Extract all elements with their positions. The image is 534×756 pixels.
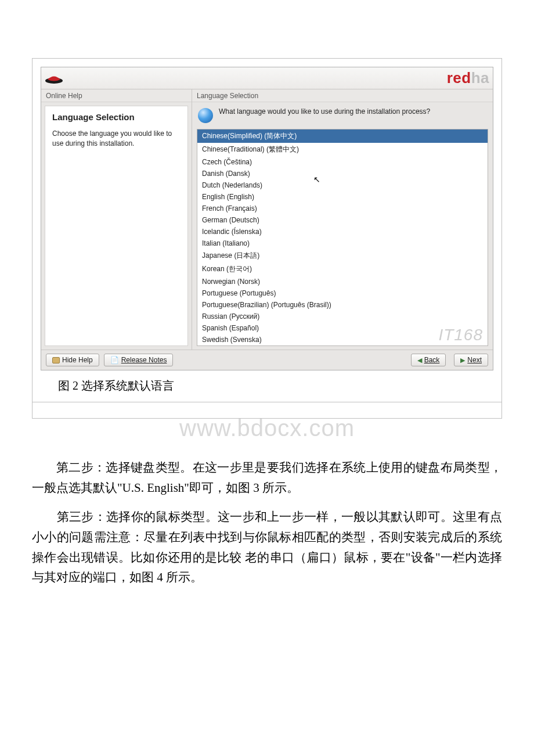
hide-help-label: Hide Help [62,356,93,364]
back-button[interactable]: ◀ Back [411,354,446,366]
language-option[interactable]: Russian (Русский) [197,311,488,322]
hide-help-button[interactable]: Hide Help [46,354,99,366]
language-option[interactable]: Portuguese(Brazilian) (Português (Brasil… [197,299,488,311]
language-option[interactable]: Norwegian (Norsk) [197,276,488,287]
prompt-text: What language would you like to use duri… [219,107,430,116]
language-option[interactable]: Korean (한국어) [197,262,488,276]
language-option[interactable]: Dutch (Nederlands) [197,179,488,191]
arrow-left-icon: ◀ [417,357,422,364]
p2-seg-a: 第三步：选择你的鼠标类型。这一步和上一步一样，一般以其默认即可。这里有点小小的问… [32,510,502,584]
redhat-logo-icon [44,70,64,87]
brand-ha: ha [471,69,489,87]
p1-seg-b: "U.S. English"即可，如图 [117,481,250,495]
brand-text: redha [447,69,489,87]
language-option[interactable]: Swedish (Svenska) [197,334,488,345]
release-notes-button[interactable]: 📄 Release Notes [104,354,174,366]
notes-icon: 📄 [110,356,119,364]
language-option[interactable]: Chinese(Traditional) (繁體中文) [197,143,488,156]
arrow-right-icon: ▶ [460,357,465,364]
globe-icon [198,108,213,123]
paragraph-step3: 第三步：选择你的鼠标类型。这一步和上一步一样，一般以其默认即可。这里有点小小的问… [32,507,502,588]
language-list[interactable]: Chinese(Simplified) (简体中文)Chinese(Tradit… [197,129,488,346]
language-selection-header: Language Selection [192,89,493,102]
help-panel: Language Selection Choose the language y… [45,106,188,346]
next-button[interactable]: ▶ Next [454,354,488,366]
p1-seg-d: 所示。 [262,481,299,495]
figure-frame: redha Online Help Language Selection Cho… [32,58,502,419]
brand-red: red [447,69,471,87]
language-option[interactable]: English (English) [197,191,488,203]
language-option[interactable]: Portuguese (Português) [197,287,488,299]
language-option[interactable]: Italian (Italiano) [197,237,488,249]
p2-seg-b: 4 [157,570,163,584]
language-option[interactable]: Japanese (日本語) [197,249,488,262]
language-option[interactable]: German (Deutsch) [197,214,488,226]
figure-caption: 图 2 选择系统默认语言 [33,370,501,402]
language-option[interactable]: Spanish (Español) [197,322,488,334]
online-help-header: Online Help [41,89,192,102]
language-option[interactable]: Danish (Dansk) [197,168,488,179]
language-option[interactable]: Chinese(Simplified) (简体中文) [197,129,488,143]
p1-seg-c: 3 [253,481,259,495]
language-option[interactable]: French (Français) [197,203,488,214]
language-option[interactable]: Icelandic (Íslenska) [197,226,488,237]
document-body-text: 第二步：选择键盘类型。在这一步里是要我们选择在系统上使用的键盘布局类型，一般点选… [32,458,502,588]
p2-seg-c: 所示。 [166,570,203,584]
paragraph-step2: 第二步：选择键盘类型。在这一步里是要我们选择在系统上使用的键盘布局类型，一般点选… [32,458,502,498]
help-text: Choose the language you would like to us… [52,129,181,149]
hide-help-icon [52,357,60,363]
next-label: Next [467,356,482,364]
watermark-domain: www.bdocx.com [32,415,502,441]
language-option[interactable]: Czech (Čeština) [197,156,488,168]
help-title: Language Selection [52,112,181,122]
installer-titlebar: redha [41,67,493,89]
installer-window: redha Online Help Language Selection Cho… [41,67,493,370]
release-notes-label: Release Notes [121,356,167,364]
back-label: Back [424,356,440,364]
